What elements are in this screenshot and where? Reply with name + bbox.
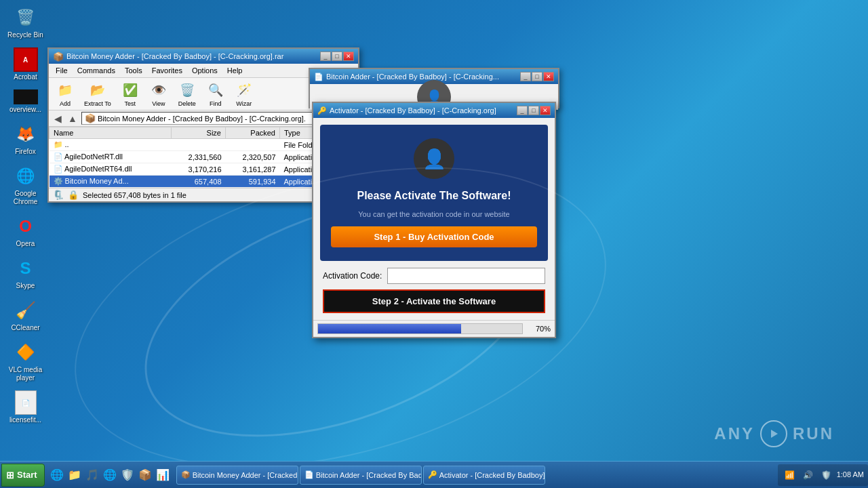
activator-progress-bar [317, 323, 523, 334]
menu-options[interactable]: Options [188, 65, 222, 76]
taskbar-media-icon[interactable]: 🎵 [84, 467, 100, 483]
desktop-icon-recycle-bin[interactable]: 🗑️ Recycle Bin [2, 3, 50, 42]
winrar-maximize-btn[interactable]: □ [332, 52, 342, 61]
desktop-icon-overview[interactable]: overview... [2, 87, 50, 117]
desktop-icon-vlc[interactable]: 🔶 VLC media player [2, 338, 50, 385]
taskbar-antivirus-icon[interactable]: 🛡️ [119, 467, 136, 483]
step2-activate-btn[interactable]: Step 2 - Activate the Software [323, 289, 545, 313]
anyrun-text: ANY [714, 424, 755, 443]
tool-add-btn[interactable]: 📁 Add [52, 79, 79, 108]
start-button[interactable]: ⊞ Start [1, 464, 45, 487]
file-size: 2,331,560 [172, 151, 226, 163]
activator-body: 👤 Please Activate The Software! You can … [313, 118, 555, 320]
desktop-icon-opera[interactable]: O Opera [2, 211, 50, 251]
file-name: 📁 .. [50, 139, 172, 151]
activator-minimize-btn[interactable]: _ [517, 106, 528, 115]
winrar-titlebar[interactable]: 📦 Bitcoin Money Adder - [Cracked By Badb… [49, 49, 358, 64]
overview-icon [14, 89, 38, 104]
tool-extract-btn[interactable]: 📂 Extract To [80, 79, 115, 108]
taskbar-tasks: 📦 Bitcoin Money Adder - [Cracked...] 📄 B… [174, 466, 778, 485]
taskbar-task-activator-icon: 🔑 [428, 470, 437, 479]
activation-code-label: Activation Code: [323, 271, 382, 281]
wizard-label: Wizar [236, 100, 252, 107]
step1-buy-btn[interactable]: Step 1 - Buy Activation Code [331, 226, 537, 247]
taskbar-task-bitcoin[interactable]: 📄 Bitcoin Adder - [Cracked By Bad...] [300, 466, 422, 485]
col-packed-header[interactable]: Packed [226, 127, 280, 139]
bitcoin-maximize-btn[interactable]: □ [532, 72, 542, 81]
chrome-label: Google Chrome [5, 190, 47, 206]
anyrun-play-icon [760, 420, 787, 447]
status-text: Selected 657,408 bytes in 1 file [83, 191, 186, 199]
col-size-header[interactable]: Size [172, 127, 226, 139]
desktop-icon-ccleaner[interactable]: 🧹 CCleaner [2, 296, 50, 335]
opera-label: Opera [16, 240, 35, 248]
menu-help[interactable]: Help [223, 65, 247, 76]
bitcoin-close-btn[interactable]: ✕ [543, 72, 554, 81]
ccleaner-label: CCleaner [11, 324, 39, 332]
taskbar-winrar-icon[interactable]: 📦 [137, 467, 153, 483]
taskbar-task-winrar[interactable]: 📦 Bitcoin Money Adder - [Cracked...] [176, 466, 298, 485]
opera-icon: O [14, 214, 38, 239]
menu-favorites[interactable]: Favorites [148, 65, 186, 76]
up-btn[interactable]: ▲ [66, 113, 79, 124]
license-icon: 📄 [15, 390, 37, 415]
activator-window: 🔑 Activator - [Cracked By Badboy] - [C-C… [312, 102, 556, 338]
file-size [172, 139, 226, 151]
desktop-icon-skype[interactable]: S Skype [2, 253, 50, 293]
desktop-icon-firefox[interactable]: 🦊 Firefox [2, 119, 50, 159]
desktop-icon-license[interactable]: 📄 licensefit... [2, 388, 50, 427]
activator-titlebar[interactable]: 🔑 Activator - [Cracked By Badboy] - [C-C… [313, 103, 555, 118]
taskbar-task-activator-label: Activator - [Cracked By Badboy]... [439, 471, 545, 479]
file-name: 📄 AgileDotNetRT.dll [50, 151, 172, 163]
winrar-title-text: 📦 Bitcoin Money Adder - [Cracked By Badb… [53, 52, 283, 62]
file-packed: 2,320,507 [226, 151, 280, 163]
winrar-close-btn[interactable]: ✕ [343, 52, 354, 61]
tool-delete-btn[interactable]: 🗑️ Delete [174, 79, 201, 108]
bitcoin-adder-controls: _ □ ✕ [520, 72, 554, 81]
tool-view-btn[interactable]: 👁️ View [145, 79, 172, 108]
taskbar-powerpoint-icon[interactable]: 📊 [155, 467, 171, 483]
recycle-bin-label: Recycle Bin [7, 31, 43, 39]
acrobat-label: Acrobat [14, 73, 37, 81]
tool-find-btn[interactable]: 🔍 Find [202, 79, 229, 108]
desktop-icon-acrobat[interactable]: A Acrobat [2, 45, 50, 84]
view-tool-icon: 👁️ [149, 81, 168, 100]
tray-network-icon[interactable]: 📶 [782, 467, 798, 483]
winrar-minimize-btn[interactable]: _ [320, 52, 331, 61]
acrobat-icon: A [14, 47, 38, 72]
activation-code-input[interactable] [387, 268, 545, 284]
menu-file[interactable]: File [52, 65, 72, 76]
taskbar-folder-icon[interactable]: 📁 [66, 467, 83, 483]
taskbar-chrome-icon[interactable]: 🌐 [102, 467, 118, 483]
wizard-tool-icon: 🪄 [235, 81, 254, 100]
anyrun-logo: ANY RUN [714, 420, 834, 447]
menu-tools[interactable]: Tools [121, 65, 146, 76]
tray-security-icon[interactable]: 🛡️ [818, 467, 835, 483]
ccleaner-icon: 🧹 [14, 298, 38, 323]
menu-commands[interactable]: Commands [73, 65, 119, 76]
taskbar-task-activator[interactable]: 🔑 Activator - [Cracked By Badboy]... [423, 466, 545, 485]
progress-fill [318, 324, 461, 333]
delete-tool-icon: 🗑️ [178, 81, 197, 100]
activator-maximize-btn[interactable]: □ [528, 106, 539, 115]
vlc-icon: 🔶 [14, 340, 38, 365]
address-input[interactable]: 📦 Bitcoin Money Adder - [Cracked By Badb… [81, 112, 338, 125]
taskbar-ie-icon[interactable]: 🌐 [49, 467, 65, 483]
desktop-icon-chrome[interactable]: 🌐 Google Chrome [2, 161, 50, 209]
bitcoin-minimize-btn[interactable]: _ [520, 72, 531, 81]
skype-icon: S [14, 256, 38, 281]
col-name-header[interactable]: Name [50, 127, 172, 139]
add-label: Add [60, 100, 71, 107]
svg-marker-0 [771, 430, 778, 438]
activator-close-btn[interactable]: ✕ [540, 106, 551, 115]
back-btn[interactable]: ◀ [52, 113, 64, 124]
tool-test-btn[interactable]: ✅ Test [117, 79, 144, 108]
tool-wizard-btn[interactable]: 🪄 Wizar [231, 79, 258, 108]
recycle-bin-icon: 🗑️ [14, 5, 38, 30]
clock-time: 1:08 AM [837, 470, 864, 479]
overview-label: overview... [9, 106, 41, 114]
delete-label: Delete [178, 100, 196, 107]
tray-volume-icon[interactable]: 🔊 [800, 467, 816, 483]
winrar-title-label: Bitcoin Money Adder - [Cracked By Badboy… [66, 52, 283, 60]
desktop-icon-area: 🗑️ Recycle Bin A Acrobat overview... 🦊 F… [0, 0, 51, 430]
